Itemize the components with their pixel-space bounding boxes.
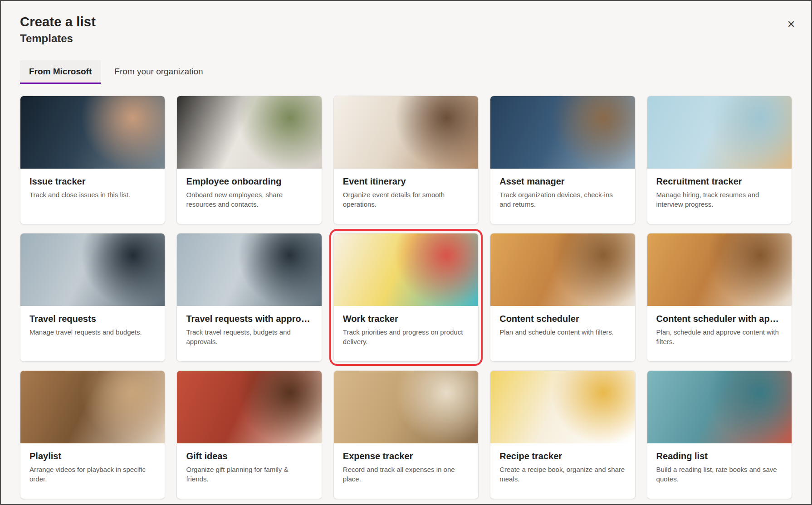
- card-body: Content scheduler Plan and schedule cont…: [490, 306, 635, 337]
- card-body: Recipe tracker Create a recipe book, org…: [490, 443, 635, 484]
- card-title: Travel requests: [29, 314, 156, 324]
- card-title: Asset manager: [499, 176, 626, 187]
- template-grid: Issue tracker Track and close issues in …: [20, 96, 792, 499]
- template-card-work-tracker[interactable]: Work tracker Track priorities and progre…: [333, 233, 479, 362]
- card-title: Expense tracker: [343, 451, 469, 461]
- template-card-asset-manager[interactable]: Asset manager Track organization devices…: [490, 96, 635, 224]
- template-card-travel-requests[interactable]: Travel requests Manage travel requests a…: [20, 233, 165, 362]
- card-body: Playlist Arrange videos for playback in …: [20, 443, 165, 484]
- card-description: Create a recipe book, organize and share…: [499, 465, 626, 484]
- card-title: Work tracker: [343, 314, 469, 324]
- asset-manager-photo: [490, 96, 635, 169]
- template-card-content-scheduler[interactable]: Content scheduler Plan and schedule cont…: [490, 233, 635, 362]
- card-title: Playlist: [29, 451, 156, 461]
- card-body: Issue tracker Track and close issues in …: [20, 169, 165, 200]
- template-card-issue-tracker[interactable]: Issue tracker Track and close issues in …: [20, 96, 165, 224]
- card-title: Recipe tracker: [499, 451, 626, 461]
- card-title: Employee onboarding: [186, 176, 312, 187]
- card-description: Manage travel requests and budgets.: [29, 328, 156, 337]
- recruitment-tracker-photo: [647, 96, 792, 169]
- card-title: Gift ideas: [186, 451, 312, 461]
- card-description: Track travel requests, budgets and appro…: [186, 328, 312, 346]
- tab-from-your-organization[interactable]: From your organization: [105, 60, 212, 84]
- card-title: Content scheduler with app...: [656, 314, 783, 324]
- template-card-playlist[interactable]: Playlist Arrange videos for playback in …: [20, 370, 165, 499]
- recipe-tracker-photo: [490, 371, 635, 443]
- card-description: Record and track all expenses in one pla…: [343, 465, 469, 484]
- travel-requests-with-approvals-photo: [177, 233, 321, 306]
- template-card-gift-ideas[interactable]: Gift ideas Organize gift planning for fa…: [176, 370, 322, 499]
- card-description: Plan, schedule and approve content with …: [656, 328, 783, 346]
- reading-list-photo: [647, 371, 792, 443]
- card-description: Manage hiring, track resumes and intervi…: [656, 190, 783, 209]
- card-body: Travel requests Manage travel requests a…: [20, 306, 165, 337]
- card-description: Onboard new employees, share resources a…: [186, 190, 312, 209]
- template-card-reading-list[interactable]: Reading list Build a reading list, rate …: [647, 370, 792, 499]
- card-title: Issue tracker: [29, 176, 156, 187]
- travel-requests-photo: [20, 233, 165, 306]
- template-card-event-itinerary[interactable]: Event itinerary Organize event details f…: [333, 96, 479, 224]
- dialog-title: Create a list: [20, 15, 792, 29]
- card-title: Recruitment tracker: [656, 176, 783, 187]
- work-tracker-photo: [334, 233, 478, 306]
- card-title: Travel requests with approv...: [186, 314, 312, 324]
- tab-from-microsoft[interactable]: From Microsoft: [20, 60, 101, 84]
- template-card-expense-tracker[interactable]: Expense tracker Record and track all exp…: [333, 370, 479, 499]
- playlist-photo: [20, 371, 165, 443]
- dialog-subtitle: Templates: [20, 32, 792, 45]
- card-title: Reading list: [656, 451, 783, 461]
- template-card-recruitment-tracker[interactable]: Recruitment tracker Manage hiring, track…: [647, 96, 792, 224]
- card-body: Employee onboarding Onboard new employee…: [177, 169, 321, 209]
- card-body: Gift ideas Organize gift planning for fa…: [177, 443, 321, 484]
- card-body: Expense tracker Record and track all exp…: [334, 443, 478, 484]
- card-body: Travel requests with approv... Track tra…: [177, 306, 321, 346]
- employee-onboarding-photo: [177, 96, 321, 169]
- issue-tracker-photo: [20, 96, 165, 169]
- content-scheduler-photo: [490, 233, 635, 306]
- create-list-dialog: ✕ Create a list Templates From Microsoft…: [1, 1, 811, 504]
- card-description: Organize event details for smooth operat…: [343, 190, 469, 209]
- card-body: Content scheduler with app... Plan, sche…: [647, 306, 792, 346]
- expense-tracker-photo: [334, 371, 478, 443]
- close-button[interactable]: ✕: [783, 16, 799, 33]
- card-body: Work tracker Track priorities and progre…: [334, 306, 478, 346]
- close-icon: ✕: [787, 19, 795, 30]
- card-description: Track organization devices, check-ins an…: [499, 190, 626, 209]
- template-card-travel-requests-with-approvals[interactable]: Travel requests with approv... Track tra…: [176, 233, 322, 362]
- gift-ideas-photo: [177, 371, 321, 443]
- card-title: Event itinerary: [343, 176, 469, 187]
- card-body: Asset manager Track organization devices…: [490, 169, 635, 209]
- card-description: Organize gift planning for family & frie…: [186, 465, 312, 484]
- card-body: Reading list Build a reading list, rate …: [647, 443, 792, 484]
- template-card-employee-onboarding[interactable]: Employee onboarding Onboard new employee…: [176, 96, 322, 224]
- template-card-recipe-tracker[interactable]: Recipe tracker Create a recipe book, org…: [490, 370, 635, 499]
- card-description: Track priorities and progress on product…: [343, 328, 469, 346]
- card-body: Event itinerary Organize event details f…: [334, 169, 478, 209]
- card-description: Arrange videos for playback in specific …: [29, 465, 156, 484]
- card-description: Build a reading list, rate books and sav…: [656, 465, 783, 484]
- tab-bar: From Microsoft From your organization: [20, 60, 792, 84]
- card-title: Content scheduler: [499, 314, 626, 324]
- card-description: Plan and schedule content with filters.: [499, 328, 626, 337]
- template-card-content-scheduler-with-approvals[interactable]: Content scheduler with app... Plan, sche…: [647, 233, 792, 362]
- content-scheduler-with-approvals-photo: [647, 233, 792, 306]
- card-body: Recruitment tracker Manage hiring, track…: [647, 169, 792, 209]
- card-description: Track and close issues in this list.: [29, 190, 156, 200]
- event-itinerary-photo: [334, 96, 478, 169]
